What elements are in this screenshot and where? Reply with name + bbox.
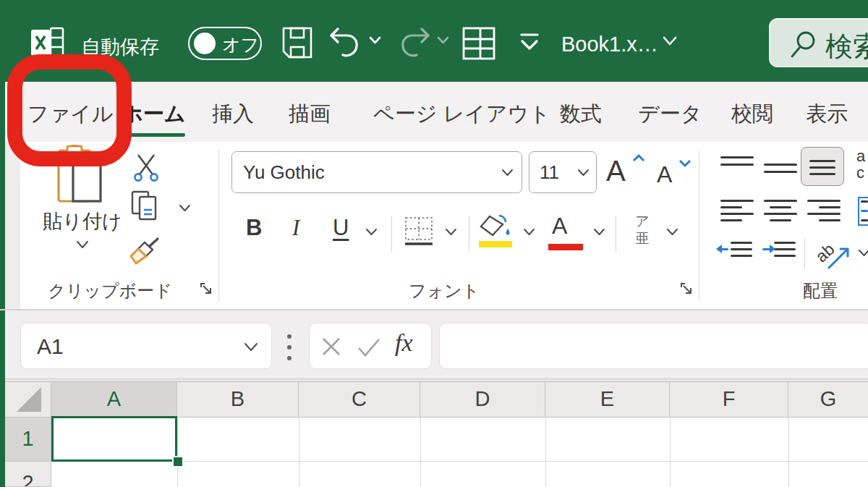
shrink-font-letter: A [657, 161, 672, 187]
orientation-arrow-icon [825, 242, 855, 272]
name-box[interactable]: A1 [20, 323, 272, 369]
column-header-D[interactable]: D [420, 382, 545, 418]
phonetic-bottom: 亜 [632, 230, 652, 247]
tab-data[interactable]: データ [638, 100, 702, 129]
column-header-F[interactable]: F [670, 382, 788, 418]
align-right-button[interactable] [807, 200, 841, 224]
active-tab-underline [130, 133, 185, 137]
workbook-title[interactable]: Book1.x… [561, 33, 658, 56]
fill-handle[interactable] [172, 456, 184, 467]
name-box-value: A1 [37, 334, 64, 359]
align-left-button[interactable] [720, 200, 754, 224]
font-color-chevron-icon[interactable] [593, 228, 605, 237]
align-bottom-button-selected[interactable] [801, 147, 844, 186]
insert-function-button[interactable]: fx [395, 329, 413, 357]
save-icon[interactable] [281, 25, 314, 61]
cut-icon[interactable] [132, 152, 160, 182]
excel-window: 自動保存 オフ [0, 0, 868, 487]
toggle-knob [194, 33, 216, 54]
fill-color-button-icon[interactable] [479, 214, 514, 239]
grow-font-letter: A [606, 155, 626, 187]
selected-cell-A1[interactable] [51, 416, 177, 462]
group-separator [218, 151, 219, 301]
title-bar: 自動保存 オフ [0, 0, 868, 82]
fill-color-chevron-icon[interactable] [523, 228, 535, 237]
bold-button[interactable]: B [246, 215, 262, 241]
group-separator [699, 151, 699, 301]
undo-icon[interactable] [327, 25, 363, 62]
orientation-button[interactable]: ab [814, 237, 856, 272]
borders-button-icon[interactable] [403, 215, 435, 248]
font-dialog-launcher-icon[interactable] [680, 282, 694, 297]
tab-page-layout[interactable]: ページ レイアウト [373, 100, 550, 129]
copy-icon[interactable] [130, 190, 162, 223]
table-format-icon[interactable] [461, 26, 496, 61]
gridline [545, 418, 546, 487]
search-placeholder: 検索 [825, 28, 868, 65]
phonetic-chevron-icon[interactable] [666, 228, 678, 237]
formula-controls: fx [309, 323, 432, 369]
align-middle-button[interactable] [764, 155, 797, 179]
column-header-A[interactable]: A [51, 382, 177, 418]
wrap-text-button[interactable]: a c [856, 148, 868, 181]
grow-font-button[interactable]: A [606, 155, 626, 187]
borders-chevron-icon[interactable] [445, 228, 457, 237]
align-top-button[interactable] [720, 155, 754, 179]
orientation-chevron-icon[interactable] [858, 249, 868, 258]
paste-label[interactable]: 貼り付け [42, 208, 123, 234]
row-header-2[interactable]: 2 [5, 462, 51, 487]
search-box[interactable]: 検索 [769, 18, 868, 67]
select-all-corner[interactable] [5, 382, 51, 418]
toolbar-options-chevron-icon[interactable] [518, 32, 541, 54]
formula-bar-drag-dots-icon[interactable] [286, 334, 292, 361]
column-header-G[interactable]: G [788, 382, 868, 418]
font-size-combobox[interactable]: 11 [529, 151, 597, 193]
paste-dropdown-chevron-icon[interactable] [76, 240, 89, 250]
font-color-letter: A [552, 213, 567, 239]
alignment-group-label: 配置 [762, 279, 868, 302]
shrink-font-button[interactable]: A [657, 161, 672, 188]
gridline [788, 418, 789, 487]
increase-indent-button[interactable] [762, 240, 796, 259]
column-header-B[interactable]: B [177, 382, 299, 418]
underline-chevron-icon[interactable] [365, 228, 378, 237]
phonetic-top: ア [632, 213, 652, 230]
redo-icon[interactable] [396, 25, 433, 62]
tab-insert[interactable]: 挿入 [212, 100, 254, 129]
tab-formulas[interactable]: 数式 [560, 100, 602, 129]
copy-dropdown-chevron-icon[interactable] [179, 204, 191, 213]
redo-dropdown-chevron-icon[interactable] [437, 36, 449, 45]
column-header-E[interactable]: E [545, 382, 670, 418]
workbook-dropdown-chevron-icon[interactable] [663, 36, 677, 46]
annotation-circle-file-tab [7, 54, 132, 166]
decrease-indent-button[interactable] [719, 240, 752, 259]
font-name-combobox[interactable]: Yu Gothic [231, 151, 522, 193]
undo-dropdown-chevron-icon[interactable] [369, 36, 381, 45]
tab-review[interactable]: 校閲 [731, 100, 773, 129]
font-size-chevron-icon [577, 169, 590, 177]
underline-button[interactable]: U [333, 215, 349, 241]
align-center-button[interactable] [764, 200, 797, 224]
gridline [670, 418, 671, 487]
gridline [177, 418, 178, 487]
row-header-1[interactable]: 1 [5, 418, 51, 462]
format-painter-icon[interactable] [129, 236, 162, 268]
tab-view[interactable]: 表示 [806, 100, 848, 129]
font-color-button[interactable]: A [552, 213, 567, 240]
font-name-chevron-icon [501, 169, 514, 177]
clipboard-dialog-launcher-icon[interactable] [200, 282, 214, 297]
autosave-state: オフ [222, 33, 259, 56]
merge-center-button[interactable] [858, 197, 868, 226]
autosave-toggle[interactable]: オフ [188, 27, 262, 60]
tab-draw[interactable]: 描画 [289, 100, 331, 129]
font-group-label: フォント [386, 279, 502, 302]
phonetic-guide-button[interactable]: ア 亜 [632, 213, 652, 247]
enter-check-icon[interactable] [356, 336, 382, 358]
cancel-icon[interactable] [320, 335, 343, 358]
italic-button[interactable]: I [292, 215, 299, 241]
fill-color-swatch [479, 241, 512, 247]
column-header-C[interactable]: C [299, 382, 420, 418]
small-separator [804, 239, 805, 269]
formula-input[interactable] [439, 323, 868, 369]
font-color-swatch [548, 244, 583, 250]
